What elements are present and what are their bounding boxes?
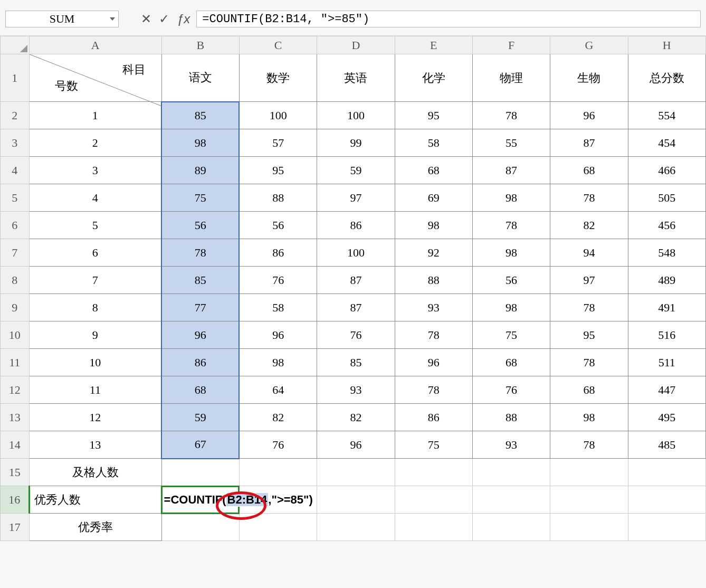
cell-A15[interactable]: 及格人数 (29, 459, 161, 486)
row-header-17[interactable]: 17 (1, 514, 30, 541)
cell-F3[interactable]: 55 (472, 129, 550, 157)
row-header-6[interactable]: 6 (1, 212, 30, 239)
cell-B17[interactable] (161, 514, 239, 541)
cell-G3[interactable]: 87 (550, 129, 628, 157)
cell-C13[interactable]: 82 (239, 404, 317, 431)
cell-C7[interactable]: 86 (239, 239, 317, 267)
cell-E13[interactable]: 86 (395, 404, 472, 431)
row-header-15[interactable]: 15 (1, 459, 30, 486)
cell-H10[interactable]: 516 (628, 321, 705, 349)
cell-F1[interactable]: 物理 (472, 54, 550, 102)
cell-G11[interactable]: 78 (550, 349, 628, 376)
fx-icon[interactable]: ƒx (177, 12, 190, 26)
cell-H6[interactable]: 456 (628, 212, 705, 239)
cell-H12[interactable]: 447 (628, 376, 705, 404)
cell-H7[interactable]: 548 (628, 239, 705, 267)
cell-A9[interactable]: 8 (29, 294, 161, 321)
row-header-2[interactable]: 2 (1, 102, 30, 129)
cell-A11[interactable]: 10 (29, 349, 161, 376)
cell-E5[interactable]: 69 (395, 184, 472, 212)
cell-C6[interactable]: 56 (239, 212, 317, 239)
cell-C4[interactable]: 95 (239, 157, 317, 184)
cell-E11[interactable]: 96 (395, 349, 472, 376)
cell-E15[interactable] (395, 459, 472, 486)
cell-B15[interactable] (161, 459, 239, 486)
col-header-D[interactable]: D (317, 36, 395, 54)
col-header-A[interactable]: A (29, 36, 161, 54)
row-header-4[interactable]: 4 (1, 157, 30, 184)
cell-A3[interactable]: 2 (29, 129, 161, 157)
cell-C1[interactable]: 数学 (239, 54, 317, 102)
accept-formula-icon[interactable]: ✓ (159, 12, 169, 26)
cell-E6[interactable]: 98 (395, 212, 472, 239)
cell-A7[interactable]: 6 (29, 239, 161, 267)
cell-B14[interactable]: 67 (161, 431, 239, 459)
col-header-C[interactable]: C (239, 36, 317, 54)
cell-A6[interactable]: 5 (29, 212, 161, 239)
cell-F7[interactable]: 98 (472, 239, 550, 267)
cell-C3[interactable]: 57 (239, 129, 317, 157)
name-box-dropdown-icon[interactable] (110, 17, 115, 21)
cell-A10[interactable]: 9 (29, 321, 161, 349)
cell-E16[interactable] (395, 486, 472, 514)
row-header-3[interactable]: 3 (1, 129, 30, 157)
cell-H16[interactable] (628, 486, 705, 514)
cell-B8[interactable]: 85 (161, 267, 239, 294)
cell-D9[interactable]: 87 (317, 294, 395, 321)
cell-B2[interactable]: 85 (161, 102, 239, 129)
cell-D16[interactable] (317, 486, 395, 514)
row-header-16[interactable]: 16 (1, 486, 30, 514)
cell-E2[interactable]: 95 (395, 102, 472, 129)
cell-G8[interactable]: 97 (550, 267, 628, 294)
cell-D6[interactable]: 86 (317, 212, 395, 239)
cell-H13[interactable]: 495 (628, 404, 705, 431)
formula-bar[interactable]: =COUNTIF(B2:B14, ">=85") (196, 11, 701, 27)
cell-E14[interactable]: 75 (395, 431, 472, 459)
cell-E4[interactable]: 68 (395, 157, 472, 184)
col-header-B[interactable]: B (161, 36, 239, 54)
cell-D17[interactable] (317, 514, 395, 541)
row-header-8[interactable]: 8 (1, 267, 30, 294)
cell-B13[interactable]: 59 (161, 404, 239, 431)
cell-C9[interactable]: 58 (239, 294, 317, 321)
cell-C14[interactable]: 76 (239, 431, 317, 459)
cell-C15[interactable] (239, 459, 317, 486)
cell-G12[interactable]: 68 (550, 376, 628, 404)
col-header-F[interactable]: F (472, 36, 550, 54)
cell-G4[interactable]: 68 (550, 157, 628, 184)
cell-A8[interactable]: 7 (29, 267, 161, 294)
cell-A1-diagonal-header[interactable]: 科目 号数 (29, 54, 161, 102)
cell-A14[interactable]: 13 (29, 431, 161, 459)
name-box[interactable]: SUM (5, 11, 119, 27)
cell-D13[interactable]: 82 (317, 404, 395, 431)
cell-B9[interactable]: 77 (161, 294, 239, 321)
cell-E10[interactable]: 78 (395, 321, 472, 349)
cell-A16[interactable]: 优秀人数 (29, 486, 161, 514)
cell-D7[interactable]: 100 (317, 239, 395, 267)
cell-H11[interactable]: 511 (628, 349, 705, 376)
cell-H2[interactable]: 554 (628, 102, 705, 129)
cell-B6[interactable]: 56 (161, 212, 239, 239)
cell-F15[interactable] (472, 459, 550, 486)
cell-G9[interactable]: 78 (550, 294, 628, 321)
cancel-formula-icon[interactable]: ✕ (141, 12, 151, 26)
cell-G17[interactable] (550, 514, 628, 541)
col-header-G[interactable]: G (550, 36, 628, 54)
cell-E7[interactable]: 92 (395, 239, 472, 267)
cell-A2[interactable]: 1 (29, 102, 161, 129)
cell-E17[interactable] (395, 514, 472, 541)
cell-F16[interactable] (472, 486, 550, 514)
cell-A17[interactable]: 优秀率 (29, 514, 161, 541)
cell-D3[interactable]: 99 (317, 129, 395, 157)
cell-D2[interactable]: 100 (317, 102, 395, 129)
cell-D8[interactable]: 87 (317, 267, 395, 294)
cell-F10[interactable]: 75 (472, 321, 550, 349)
cell-C12[interactable]: 64 (239, 376, 317, 404)
cell-G5[interactable]: 78 (550, 184, 628, 212)
cell-E8[interactable]: 88 (395, 267, 472, 294)
row-header-7[interactable]: 7 (1, 239, 30, 267)
cell-H8[interactable]: 489 (628, 267, 705, 294)
cell-B11[interactable]: 86 (161, 349, 239, 376)
cell-G10[interactable]: 95 (550, 321, 628, 349)
cell-D5[interactable]: 97 (317, 184, 395, 212)
